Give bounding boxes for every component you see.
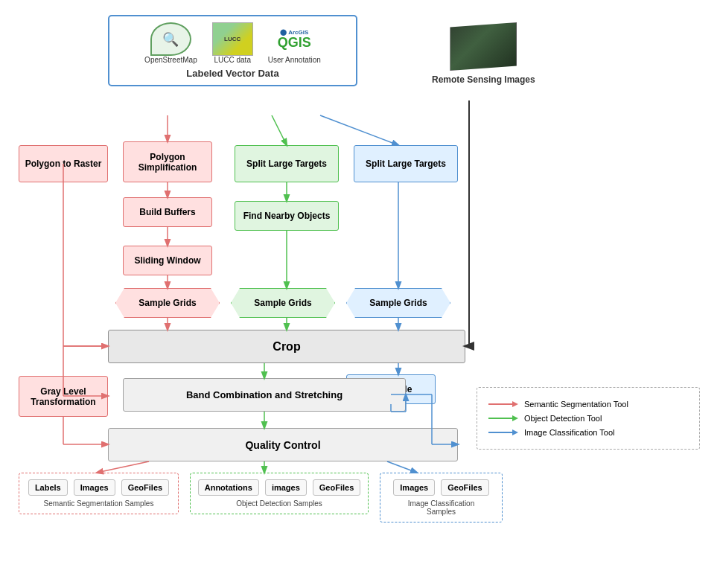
svg-line-8 (320, 115, 398, 145)
legend-arrow-pink (488, 399, 518, 409)
classification-output-group: Images GeoFiles Image ClassificationSamp… (380, 473, 503, 523)
arcgis-label: User Annotation (268, 56, 321, 64)
semantic-images: Images (74, 479, 115, 496)
svg-marker-1 (512, 401, 518, 407)
sample-grids-1-node: Sample Grids (115, 288, 220, 318)
sliding-window-node: Sliding Window (123, 246, 212, 275)
object-annotations: Annotations (198, 479, 259, 496)
diagram-container: 🔍 OpenStreetMap LUCC LUCC data ⬤ ArcGIS … (0, 0, 720, 588)
labeled-vector-title: Labeled Vector Data (186, 68, 278, 79)
split-large-1-node: Split Large Targets (235, 145, 339, 182)
object-geofiles: GeoFiles (313, 479, 360, 496)
classification-geofiles: GeoFiles (441, 479, 488, 496)
band-combination-node: Band Combination and Stretching (123, 378, 406, 412)
sample-grids-2-node: Sample Grids (231, 288, 335, 318)
quality-control-node: Quality Control (108, 428, 458, 461)
legend-item-green: Object Detection Tool (488, 413, 688, 424)
svg-line-38 (387, 461, 417, 473)
legend-arrow-blue (488, 427, 518, 438)
lucc-icon: LUCC (212, 22, 253, 56)
legend-item-pink: Semantic Segmentation Tool (488, 399, 688, 409)
rs-image (450, 22, 517, 71)
top-icons-row: 🔍 OpenStreetMap LUCC LUCC data ⬤ ArcGIS … (144, 22, 321, 64)
object-images: images (265, 479, 307, 496)
semantic-output-items: Labels Images GeoFiles (28, 479, 169, 496)
arcgis-icon: ⬤ ArcGIS QGIS (274, 22, 315, 56)
object-output-group: Annotations images GeoFiles Object Detec… (190, 473, 369, 514)
svg-marker-3 (512, 415, 518, 421)
find-nearby-node: Find Nearby Objects (235, 201, 339, 231)
classification-output-items: Images GeoFiles (393, 479, 488, 496)
remote-sensing-label: Remote Sensing Images (432, 74, 535, 85)
osm-icon: 🔍 (150, 22, 191, 56)
split-large-2-node: Split Large Targets (354, 145, 458, 182)
build-buffers-node: Build Buffers (123, 197, 212, 227)
svg-marker-5 (512, 429, 518, 435)
labeled-vector-box: 🔍 OpenStreetMap LUCC LUCC data ⬤ ArcGIS … (108, 15, 357, 86)
semantic-group-label: Semantic Segmentation Samples (44, 499, 154, 508)
semantic-labels: Labels (28, 479, 68, 496)
lucc-icon-group: LUCC LUCC data (212, 22, 253, 64)
semantic-geofiles: GeoFiles (121, 479, 169, 496)
polygon-simplification-node: PolygonSimplification (123, 141, 212, 182)
lucc-label: LUCC data (214, 56, 250, 64)
arcgis-icon-group: ⬤ ArcGIS QGIS User Annotation (268, 22, 321, 64)
gray-level-node: Gray LevelTransformation (19, 376, 108, 417)
osm-label: OpenStreetMap (144, 56, 197, 64)
remote-sensing-box: Remote Sensing Images (432, 22, 535, 85)
osm-icon-group: 🔍 OpenStreetMap (144, 22, 197, 64)
sample-grids-3-node: Sample Grids (346, 288, 450, 318)
classification-group-label: Image ClassificationSamples (408, 499, 474, 516)
object-output-items: Annotations images GeoFiles (198, 479, 361, 496)
crop-node: Crop (108, 330, 465, 363)
legend-item-blue: Image Classification Tool (488, 427, 688, 438)
svg-line-7 (272, 115, 287, 145)
classification-images: Images (393, 479, 435, 496)
svg-line-36 (97, 461, 149, 473)
polygon-raster-node: Polygon to Raster (19, 145, 108, 182)
legend-box: Semantic Segmentation Tool Object Detect… (477, 387, 700, 450)
object-group-label: Object Detection Samples (236, 499, 322, 508)
legend-arrow-green (488, 413, 518, 424)
semantic-output-group: Labels Images GeoFiles Semantic Segmenta… (19, 473, 179, 514)
